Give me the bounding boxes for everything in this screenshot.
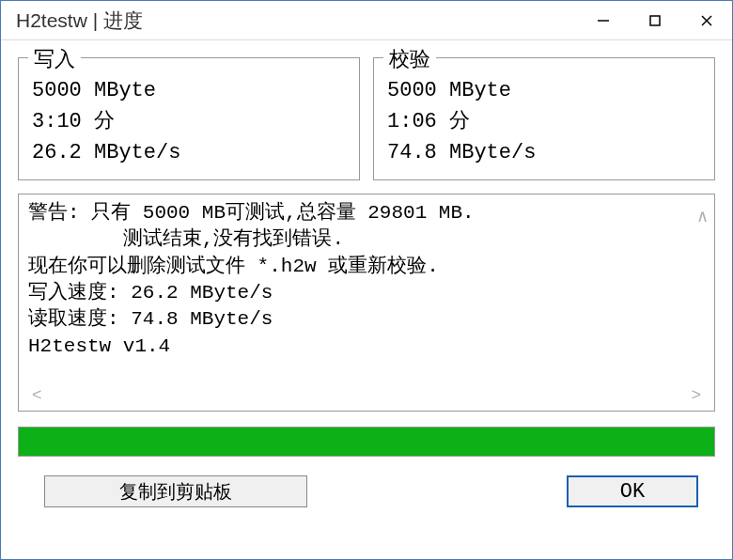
write-legend: 写入 [28, 45, 81, 73]
log-text[interactable]: 警告: 只有 5000 MB可测试,总容量 29801 MB. 测试结束,没有找… [28, 200, 705, 383]
titlebar: H2testw | 进度 [1, 1, 732, 40]
window-controls [577, 1, 732, 39]
log-line: 现在你可以删除测试文件 *.h2w 或重新校验. [28, 256, 439, 277]
stats-row: 写入 5000 MByte 3:10 分 26.2 MByte/s 校验 500… [18, 57, 715, 180]
content-area: 写入 5000 MByte 3:10 分 26.2 MByte/s 校验 500… [1, 40, 732, 559]
verify-time: 1:06 分 [387, 106, 701, 137]
app-window: H2testw | 进度 写入 5000 MByte 3:10 分 26.2 M… [0, 0, 733, 560]
verify-speed: 74.8 MByte/s [387, 137, 701, 168]
minimize-button[interactable] [577, 1, 629, 39]
scroll-right-icon[interactable]: > [691, 385, 701, 405]
scroll-up-icon[interactable]: ∧ [696, 206, 709, 226]
maximize-button[interactable] [629, 1, 680, 39]
close-button[interactable] [680, 1, 732, 39]
write-size: 5000 MByte [32, 75, 346, 106]
verify-group: 校验 5000 MByte 1:06 分 74.8 MByte/s [373, 57, 715, 180]
log-line: 写入速度: 26.2 MByte/s [28, 282, 273, 303]
write-time: 3:10 分 [32, 106, 346, 137]
progress-fill [19, 428, 714, 456]
button-row: 复制到剪贴板 OK [18, 475, 715, 507]
window-title: H2testw | 进度 [16, 8, 577, 34]
ok-button[interactable]: OK [567, 475, 698, 507]
write-speed: 26.2 MByte/s [32, 137, 346, 168]
copy-to-clipboard-button[interactable]: 复制到剪贴板 [44, 475, 307, 507]
minimize-icon [597, 14, 610, 27]
maximize-icon [648, 14, 662, 27]
horizontal-scrollbar: < > [28, 383, 705, 405]
close-icon [700, 14, 713, 27]
log-line: H2testw v1.4 [28, 335, 170, 357]
progress-bar [18, 427, 715, 457]
write-group: 写入 5000 MByte 3:10 分 26.2 MByte/s [18, 57, 360, 180]
log-line: 测试结束,没有找到错误. [28, 228, 344, 250]
log-line: 读取速度: 74.8 MByte/s [28, 308, 273, 330]
scroll-left-icon[interactable]: < [32, 385, 42, 405]
svg-rect-1 [650, 16, 660, 25]
log-line: 警告: 只有 5000 MB可测试,总容量 29801 MB. [28, 202, 475, 224]
verify-size: 5000 MByte [387, 75, 701, 106]
verify-legend: 校验 [383, 45, 436, 73]
log-output: 警告: 只有 5000 MB可测试,总容量 29801 MB. 测试结束,没有找… [18, 194, 715, 412]
